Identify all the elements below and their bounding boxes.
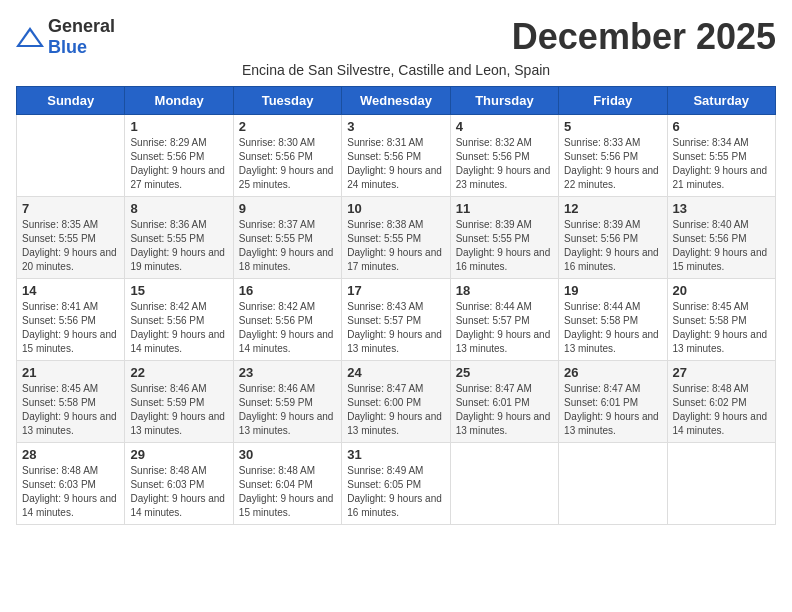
calendar-cell xyxy=(559,443,667,525)
calendar-cell: 21Sunrise: 8:45 AMSunset: 5:58 PMDayligh… xyxy=(17,361,125,443)
day-number: 27 xyxy=(673,365,770,380)
day-info: Sunrise: 8:35 AMSunset: 5:55 PMDaylight:… xyxy=(22,218,119,274)
day-info: Sunrise: 8:41 AMSunset: 5:56 PMDaylight:… xyxy=(22,300,119,356)
header-day-saturday: Saturday xyxy=(667,87,775,115)
day-number: 22 xyxy=(130,365,227,380)
day-info: Sunrise: 8:49 AMSunset: 6:05 PMDaylight:… xyxy=(347,464,444,520)
calendar-cell xyxy=(667,443,775,525)
day-info: Sunrise: 8:48 AMSunset: 6:03 PMDaylight:… xyxy=(22,464,119,520)
day-number: 24 xyxy=(347,365,444,380)
day-number: 8 xyxy=(130,201,227,216)
day-number: 18 xyxy=(456,283,553,298)
day-number: 1 xyxy=(130,119,227,134)
day-number: 14 xyxy=(22,283,119,298)
calendar: SundayMondayTuesdayWednesdayThursdayFrid… xyxy=(16,86,776,525)
month-title: December 2025 xyxy=(512,16,776,58)
calendar-cell: 29Sunrise: 8:48 AMSunset: 6:03 PMDayligh… xyxy=(125,443,233,525)
day-info: Sunrise: 8:29 AMSunset: 5:56 PMDaylight:… xyxy=(130,136,227,192)
day-number: 13 xyxy=(673,201,770,216)
calendar-cell: 2Sunrise: 8:30 AMSunset: 5:56 PMDaylight… xyxy=(233,115,341,197)
day-number: 6 xyxy=(673,119,770,134)
calendar-week-1: 1Sunrise: 8:29 AMSunset: 5:56 PMDaylight… xyxy=(17,115,776,197)
day-info: Sunrise: 8:37 AMSunset: 5:55 PMDaylight:… xyxy=(239,218,336,274)
day-info: Sunrise: 8:48 AMSunset: 6:02 PMDaylight:… xyxy=(673,382,770,438)
calendar-cell: 12Sunrise: 8:39 AMSunset: 5:56 PMDayligh… xyxy=(559,197,667,279)
day-info: Sunrise: 8:47 AMSunset: 6:01 PMDaylight:… xyxy=(456,382,553,438)
calendar-cell: 20Sunrise: 8:45 AMSunset: 5:58 PMDayligh… xyxy=(667,279,775,361)
day-number: 5 xyxy=(564,119,661,134)
subtitle: Encina de San Silvestre, Castille and Le… xyxy=(16,62,776,78)
calendar-cell: 23Sunrise: 8:46 AMSunset: 5:59 PMDayligh… xyxy=(233,361,341,443)
day-number: 16 xyxy=(239,283,336,298)
day-info: Sunrise: 8:45 AMSunset: 5:58 PMDaylight:… xyxy=(22,382,119,438)
day-info: Sunrise: 8:42 AMSunset: 5:56 PMDaylight:… xyxy=(130,300,227,356)
calendar-cell: 15Sunrise: 8:42 AMSunset: 5:56 PMDayligh… xyxy=(125,279,233,361)
day-number: 11 xyxy=(456,201,553,216)
day-info: Sunrise: 8:38 AMSunset: 5:55 PMDaylight:… xyxy=(347,218,444,274)
calendar-cell: 16Sunrise: 8:42 AMSunset: 5:56 PMDayligh… xyxy=(233,279,341,361)
day-info: Sunrise: 8:30 AMSunset: 5:56 PMDaylight:… xyxy=(239,136,336,192)
calendar-cell: 19Sunrise: 8:44 AMSunset: 5:58 PMDayligh… xyxy=(559,279,667,361)
day-number: 29 xyxy=(130,447,227,462)
header-day-tuesday: Tuesday xyxy=(233,87,341,115)
day-info: Sunrise: 8:45 AMSunset: 5:58 PMDaylight:… xyxy=(673,300,770,356)
day-number: 21 xyxy=(22,365,119,380)
day-number: 7 xyxy=(22,201,119,216)
calendar-cell: 13Sunrise: 8:40 AMSunset: 5:56 PMDayligh… xyxy=(667,197,775,279)
calendar-cell: 25Sunrise: 8:47 AMSunset: 6:01 PMDayligh… xyxy=(450,361,558,443)
calendar-cell: 22Sunrise: 8:46 AMSunset: 5:59 PMDayligh… xyxy=(125,361,233,443)
day-info: Sunrise: 8:40 AMSunset: 5:56 PMDaylight:… xyxy=(673,218,770,274)
logo-general: General xyxy=(48,16,115,36)
calendar-cell: 6Sunrise: 8:34 AMSunset: 5:55 PMDaylight… xyxy=(667,115,775,197)
calendar-cell xyxy=(17,115,125,197)
calendar-cell: 9Sunrise: 8:37 AMSunset: 5:55 PMDaylight… xyxy=(233,197,341,279)
calendar-cell: 31Sunrise: 8:49 AMSunset: 6:05 PMDayligh… xyxy=(342,443,450,525)
calendar-week-5: 28Sunrise: 8:48 AMSunset: 6:03 PMDayligh… xyxy=(17,443,776,525)
day-number: 31 xyxy=(347,447,444,462)
calendar-cell: 26Sunrise: 8:47 AMSunset: 6:01 PMDayligh… xyxy=(559,361,667,443)
day-info: Sunrise: 8:46 AMSunset: 5:59 PMDaylight:… xyxy=(239,382,336,438)
day-info: Sunrise: 8:48 AMSunset: 6:04 PMDaylight:… xyxy=(239,464,336,520)
calendar-cell: 10Sunrise: 8:38 AMSunset: 5:55 PMDayligh… xyxy=(342,197,450,279)
day-number: 25 xyxy=(456,365,553,380)
calendar-cell: 24Sunrise: 8:47 AMSunset: 6:00 PMDayligh… xyxy=(342,361,450,443)
day-number: 3 xyxy=(347,119,444,134)
header-day-thursday: Thursday xyxy=(450,87,558,115)
day-info: Sunrise: 8:47 AMSunset: 6:00 PMDaylight:… xyxy=(347,382,444,438)
day-info: Sunrise: 8:44 AMSunset: 5:57 PMDaylight:… xyxy=(456,300,553,356)
calendar-cell: 4Sunrise: 8:32 AMSunset: 5:56 PMDaylight… xyxy=(450,115,558,197)
logo-blue: Blue xyxy=(48,37,87,57)
day-info: Sunrise: 8:47 AMSunset: 6:01 PMDaylight:… xyxy=(564,382,661,438)
day-number: 20 xyxy=(673,283,770,298)
header-day-wednesday: Wednesday xyxy=(342,87,450,115)
calendar-week-2: 7Sunrise: 8:35 AMSunset: 5:55 PMDaylight… xyxy=(17,197,776,279)
calendar-cell: 18Sunrise: 8:44 AMSunset: 5:57 PMDayligh… xyxy=(450,279,558,361)
day-info: Sunrise: 8:31 AMSunset: 5:56 PMDaylight:… xyxy=(347,136,444,192)
day-number: 10 xyxy=(347,201,444,216)
calendar-cell: 17Sunrise: 8:43 AMSunset: 5:57 PMDayligh… xyxy=(342,279,450,361)
day-number: 4 xyxy=(456,119,553,134)
logo: General Blue xyxy=(16,16,115,58)
day-number: 2 xyxy=(239,119,336,134)
day-number: 28 xyxy=(22,447,119,462)
calendar-cell xyxy=(450,443,558,525)
calendar-cell: 11Sunrise: 8:39 AMSunset: 5:55 PMDayligh… xyxy=(450,197,558,279)
calendar-cell: 8Sunrise: 8:36 AMSunset: 5:55 PMDaylight… xyxy=(125,197,233,279)
day-number: 15 xyxy=(130,283,227,298)
calendar-cell: 7Sunrise: 8:35 AMSunset: 5:55 PMDaylight… xyxy=(17,197,125,279)
day-info: Sunrise: 8:34 AMSunset: 5:55 PMDaylight:… xyxy=(673,136,770,192)
calendar-week-3: 14Sunrise: 8:41 AMSunset: 5:56 PMDayligh… xyxy=(17,279,776,361)
header-day-sunday: Sunday xyxy=(17,87,125,115)
day-info: Sunrise: 8:33 AMSunset: 5:56 PMDaylight:… xyxy=(564,136,661,192)
calendar-cell: 14Sunrise: 8:41 AMSunset: 5:56 PMDayligh… xyxy=(17,279,125,361)
logo-icon xyxy=(16,27,44,47)
day-number: 30 xyxy=(239,447,336,462)
day-info: Sunrise: 8:32 AMSunset: 5:56 PMDaylight:… xyxy=(456,136,553,192)
header-day-monday: Monday xyxy=(125,87,233,115)
calendar-cell: 28Sunrise: 8:48 AMSunset: 6:03 PMDayligh… xyxy=(17,443,125,525)
day-number: 26 xyxy=(564,365,661,380)
day-number: 17 xyxy=(347,283,444,298)
calendar-header: SundayMondayTuesdayWednesdayThursdayFrid… xyxy=(17,87,776,115)
header-day-friday: Friday xyxy=(559,87,667,115)
day-number: 9 xyxy=(239,201,336,216)
